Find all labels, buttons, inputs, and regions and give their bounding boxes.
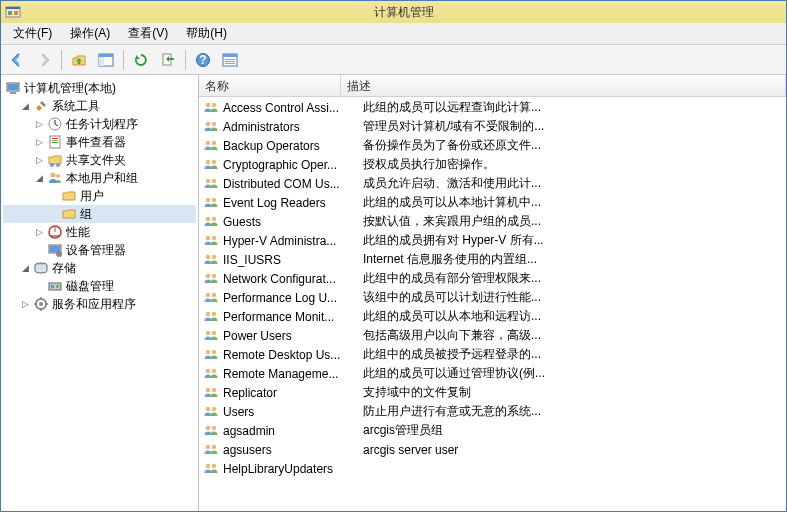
svg-point-24 — [56, 163, 60, 167]
folder-icon — [61, 206, 77, 222]
list-row[interactable]: agsusersarcgis server user — [199, 440, 786, 459]
list-row[interactable]: Cryptographic Oper...授权成员执行加密操作。 — [199, 155, 786, 174]
forward-button[interactable] — [32, 48, 56, 72]
group-desc: 备份操作员为了备份或还原文件... — [361, 137, 786, 154]
group-icon — [203, 366, 219, 382]
tree-localusers[interactable]: ◢ 本地用户和组 — [3, 169, 196, 187]
group-icon — [203, 252, 219, 268]
group-desc: 包括高级用户以向下兼容，高级... — [361, 327, 786, 344]
list-row[interactable]: Performance Monit...此组的成员可以从本地和远程访... — [199, 307, 786, 326]
tree-eventviewer[interactable]: ▷ 事件查看器 — [3, 133, 196, 151]
svg-point-41 — [206, 140, 210, 144]
list-row[interactable]: IIS_IUSRSInternet 信息服务使用的内置组... — [199, 250, 786, 269]
list-row[interactable]: Guests按默认值，来宾跟用户组的成员... — [199, 212, 786, 231]
group-icon — [203, 119, 219, 135]
tree-scheduler[interactable]: ▷ 任务计划程序 — [3, 115, 196, 133]
list-row[interactable]: Network Configurat...此组中的成员有部分管理权限来... — [199, 269, 786, 288]
devmgr-icon — [47, 242, 63, 258]
group-name: Guests — [223, 215, 361, 229]
list-row[interactable]: Remote Manageme...此组的成员可以通过管理协议(例... — [199, 364, 786, 383]
group-desc: 此组的成员可以从本地计算机中... — [361, 194, 786, 211]
list-row[interactable]: Access Control Assi...此组的成员可以远程查询此计算... — [199, 98, 786, 117]
list-row[interactable]: Remote Desktop Us...此组中的成员被授予远程登录的... — [199, 345, 786, 364]
expand-icon[interactable]: ▷ — [33, 154, 45, 166]
back-button[interactable] — [5, 48, 29, 72]
list-row[interactable]: Replicator支持域中的文件复制 — [199, 383, 786, 402]
column-desc[interactable]: 描述 — [341, 75, 786, 96]
list-row[interactable]: agsadminarcgis管理员组 — [199, 421, 786, 440]
list-panel: 名称 描述 Access Control Assi...此组的成员可以远程查询此… — [199, 75, 786, 511]
list-row[interactable]: Event Log Readers此组的成员可以从本地计算机中... — [199, 193, 786, 212]
up-button[interactable] — [67, 48, 91, 72]
expand-icon[interactable]: ▷ — [19, 298, 31, 310]
svg-rect-16 — [8, 84, 18, 90]
tree-systools[interactable]: ◢ 系统工具 — [3, 97, 196, 115]
collapse-icon[interactable]: ◢ — [19, 100, 31, 112]
list-row[interactable]: Users防止用户进行有意或无意的系统... — [199, 402, 786, 421]
tree-sharedfolders[interactable]: ▷ 共享文件夹 — [3, 151, 196, 169]
svg-rect-14 — [225, 63, 235, 64]
svg-rect-32 — [49, 283, 61, 290]
group-name: HelpLibraryUpdaters — [223, 462, 361, 476]
menu-view[interactable]: 查看(V) — [120, 23, 176, 44]
group-icon — [203, 309, 219, 325]
computer-icon — [5, 80, 21, 96]
list-row[interactable]: Backup Operators备份操作员为了备份或还原文件... — [199, 136, 786, 155]
listview-button[interactable] — [218, 48, 242, 72]
svg-point-46 — [212, 178, 216, 182]
svg-point-54 — [212, 254, 216, 258]
tree-services[interactable]: ▷ 服务和应用程序 — [3, 295, 196, 313]
svg-point-53 — [206, 254, 210, 258]
group-icon — [203, 461, 219, 477]
list-row[interactable]: Distributed COM Us...成员允许启动、激活和使用此计... — [199, 174, 786, 193]
group-desc: 成员允许启动、激活和使用此计... — [361, 175, 786, 192]
svg-point-26 — [56, 174, 60, 178]
group-desc: 此组中的成员有部分管理权限来... — [361, 270, 786, 287]
tree-panel[interactable]: 计算机管理(本地) ◢ 系统工具 ▷ 任务计划程序 ▷ 事件查看器 ▷ 共享文件… — [1, 75, 199, 511]
expand-icon[interactable]: ▷ — [33, 226, 45, 238]
refresh-button[interactable] — [129, 48, 153, 72]
list-row[interactable]: HelpLibraryUpdaters — [199, 459, 786, 478]
menu-help[interactable]: 帮助(H) — [178, 23, 235, 44]
tree-users[interactable]: 用户 — [3, 187, 196, 205]
collapse-icon[interactable]: ◢ — [19, 262, 31, 274]
eventviewer-icon — [47, 134, 63, 150]
spacer — [33, 280, 45, 292]
group-name: Network Configurat... — [223, 272, 361, 286]
list-row[interactable]: Performance Log U...该组中的成员可以计划进行性能... — [199, 288, 786, 307]
tree-label: 系统工具 — [52, 98, 100, 115]
spacer — [47, 190, 59, 202]
tree-label: 本地用户和组 — [66, 170, 138, 187]
column-name[interactable]: 名称 — [199, 75, 341, 96]
tree-storage[interactable]: ◢ 存储 — [3, 259, 196, 277]
tree-devmgr[interactable]: 设备管理器 — [3, 241, 196, 259]
tree-groups[interactable]: 组 — [3, 205, 196, 223]
svg-point-37 — [206, 102, 210, 106]
expand-icon[interactable]: ▷ — [33, 118, 45, 130]
list-row[interactable]: Administrators管理员对计算机/域有不受限制的... — [199, 117, 786, 136]
window-title: 计算机管理 — [25, 4, 782, 21]
export-button[interactable] — [156, 48, 180, 72]
tools-icon — [33, 98, 49, 114]
tree-diskmgmt[interactable]: 磁盘管理 — [3, 277, 196, 295]
collapse-icon[interactable]: ◢ — [33, 172, 45, 184]
help-button[interactable]: ? — [191, 48, 215, 72]
svg-rect-33 — [51, 285, 54, 288]
group-name: agsusers — [223, 443, 361, 457]
tree-label: 共享文件夹 — [66, 152, 126, 169]
svg-point-75 — [206, 463, 210, 467]
tree-label: 设备管理器 — [66, 242, 126, 259]
expand-icon[interactable]: ▷ — [33, 136, 45, 148]
list-row[interactable]: Hyper-V Administra...此组的成员拥有对 Hyper-V 所有… — [199, 231, 786, 250]
svg-point-44 — [212, 159, 216, 163]
tree-root[interactable]: 计算机管理(本地) — [3, 79, 196, 97]
svg-point-36 — [39, 302, 43, 306]
list-row[interactable]: Power Users包括高级用户以向下兼容，高级... — [199, 326, 786, 345]
menu-action[interactable]: 操作(A) — [62, 23, 118, 44]
panel-button[interactable] — [94, 48, 118, 72]
svg-rect-2 — [8, 11, 12, 15]
menu-file[interactable]: 文件(F) — [5, 23, 60, 44]
tree-performance[interactable]: ▷ 性能 — [3, 223, 196, 241]
svg-point-66 — [212, 368, 216, 372]
svg-point-57 — [206, 292, 210, 296]
